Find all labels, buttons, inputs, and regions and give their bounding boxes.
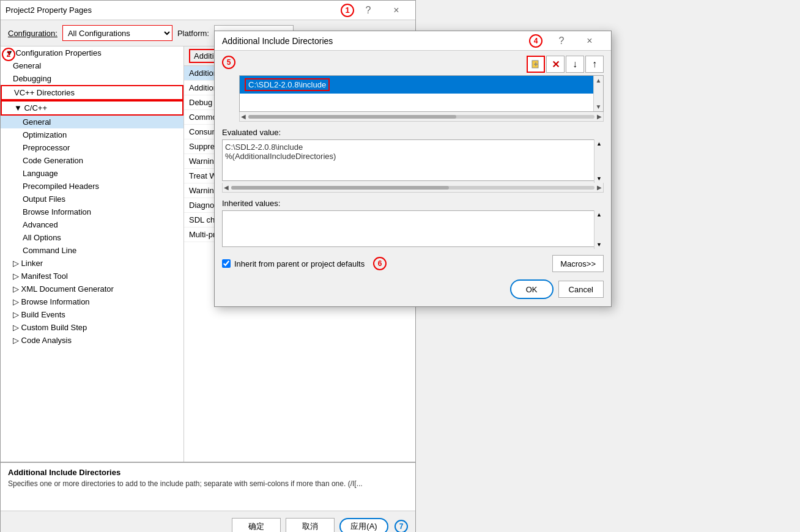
tree-panel: 2 ▼ Configuration Properties General Deb… [1, 46, 184, 462]
tree-item-precompiled[interactable]: Precompiled Headers [1, 180, 183, 193]
desc-title: Additional Include Directories [8, 468, 408, 477]
tree-item-debugging[interactable]: Debugging [1, 72, 183, 85]
main-title: Project2 Property Pages [6, 6, 338, 15]
config-select[interactable]: All Configurations [62, 25, 172, 41]
h-scroll-left[interactable]: ◀ [241, 113, 246, 120]
tree-item-vc-dirs[interactable]: VC++ Directories [1, 85, 183, 100]
h-scroll-track [248, 115, 594, 119]
macros-button[interactable]: Macros>> [552, 255, 604, 272]
dialog-help-button[interactable]: ? [547, 31, 576, 51]
tree-item-linker[interactable]: ▷ Linker [1, 257, 183, 270]
inherited-textarea[interactable] [222, 210, 604, 247]
annotation-5: 5 [222, 56, 235, 69]
desc-text: Specifies one or more directories to add… [8, 479, 408, 488]
scroll-up-arrow[interactable]: ▲ [594, 76, 603, 85]
dir-item-1[interactable]: C:\SDL2-2.0.8\include [240, 76, 593, 94]
h-scroll-thumb [248, 115, 456, 119]
tree-item-optimization[interactable]: Optimization [1, 128, 183, 141]
tree-item-code-gen[interactable]: Code Generation [1, 154, 183, 167]
tree-item-all-options[interactable]: All Options [1, 231, 183, 244]
dir-list: C:\SDL2-2.0.8\include ▲ ▼ [239, 75, 604, 112]
annotation-4: 4 [529, 34, 543, 48]
eval-h-scrollbar[interactable]: ◀ ▶ [222, 183, 604, 193]
platform-label: Platform: [177, 29, 209, 38]
delete-dir-button[interactable]: ✕ [546, 56, 565, 73]
dialog-title: Additional Include Directories [222, 36, 529, 46]
tree-item-config-props[interactable]: ▼ Configuration Properties [1, 46, 183, 59]
new-dir-button[interactable] [527, 56, 545, 73]
annotation-1: 1 [341, 4, 354, 17]
confirm-button[interactable]: 确定 [232, 518, 281, 533]
apply-button[interactable]: 应用(A) [339, 518, 388, 533]
tree-item-build-events[interactable]: ▷ Build Events [1, 308, 183, 321]
tree-item-advanced[interactable]: Advanced [1, 218, 183, 231]
tree-item-output-files[interactable]: Output Files [1, 193, 183, 205]
eval-scroll-up[interactable]: ▲ [594, 139, 604, 147]
tree-item-cpp-general[interactable]: General [1, 116, 183, 128]
ok-button[interactable]: OK [510, 279, 554, 299]
desc-area: Additional Include Directories Specifies… [1, 462, 415, 511]
dialog-toolbar: ✕ ↓ ↑ [239, 56, 604, 73]
help-button[interactable]: ? [354, 1, 382, 20]
config-label: Configuration: [8, 29, 57, 38]
dialog-close-button[interactable]: × [576, 31, 604, 51]
tree-item-code-analysis[interactable]: ▷ Code Analysis [1, 334, 183, 347]
move-up-button[interactable]: ↑ [585, 56, 604, 73]
eval-h-track [231, 186, 594, 190]
tree-item-general[interactable]: General [1, 59, 183, 72]
dialog-window: Additional Include Directories 4 ? × 5 ✕ [214, 31, 612, 307]
dialog-titlebar: Additional Include Directories 4 ? × [215, 31, 611, 51]
h-scroll-right[interactable]: ▶ [597, 113, 602, 120]
dir-scrollbar: ▲ ▼ [593, 76, 603, 111]
main-titlebar: Project2 Property Pages 1 ? × [1, 1, 415, 20]
tree-item-browse-info2[interactable]: ▷ Browse Information [1, 295, 183, 308]
eval-h-right[interactable]: ▶ [597, 184, 602, 191]
eval-scroll-down[interactable]: ▼ [594, 175, 604, 183]
tree-item-xml-doc[interactable]: ▷ XML Document Generator [1, 283, 183, 295]
inherited-scroll-up[interactable]: ▲ [594, 210, 604, 218]
tree-item-cpp[interactable]: ▼ C/C++ [1, 100, 183, 116]
cancel-main-button[interactable]: 取消 [286, 518, 335, 533]
dir-list-content: C:\SDL2-2.0.8\include [240, 76, 593, 111]
tree-item-browse-info[interactable]: Browse Information [1, 205, 183, 218]
tree-item-custom-build[interactable]: ▷ Custom Build Step [1, 321, 183, 334]
cancel-dialog-button[interactable]: Cancel [558, 281, 604, 298]
close-button[interactable]: × [382, 1, 410, 20]
inherited-scroll-down[interactable]: ▼ [594, 242, 604, 249]
annotation-7: 7 [394, 520, 408, 533]
inherit-label: Inherit from parent or project defaults [234, 259, 365, 268]
eval-h-left[interactable]: ◀ [224, 184, 229, 191]
scroll-down-arrow[interactable]: ▼ [594, 102, 603, 111]
inherit-checkbox[interactable] [222, 259, 231, 268]
evaluated-textarea[interactable]: C:\SDL2-2.0.8\include %(AdditionalInclud… [222, 139, 604, 181]
tree-item-manifest-tool[interactable]: ▷ Manifest Tool [1, 270, 183, 283]
move-down-button[interactable]: ↓ [566, 56, 584, 73]
dir-item-text: C:\SDL2-2.0.8\include [245, 78, 330, 91]
dialog-bottom: OK Cancel [222, 279, 604, 299]
evaluated-label: Evaluated value: [222, 128, 604, 137]
h-scrollbar[interactable]: ◀ ▶ [239, 112, 604, 122]
bottom-buttons: 确定 取消 应用(A) 7 [1, 511, 415, 532]
tree-item-command-line[interactable]: Command Line [1, 244, 183, 257]
checkbox-row: Inherit from parent or project defaults … [222, 255, 604, 272]
annotation-2: 2 [2, 48, 15, 61]
dialog-body: 5 ✕ ↓ ↑ [215, 51, 611, 306]
inherited-label: Inherited values: [222, 199, 604, 208]
eval-h-thumb [231, 186, 449, 190]
annotation-6: 6 [373, 257, 387, 270]
tree-item-language[interactable]: Language [1, 167, 183, 180]
tree-item-preprocessor[interactable]: Preprocessor [1, 141, 183, 154]
